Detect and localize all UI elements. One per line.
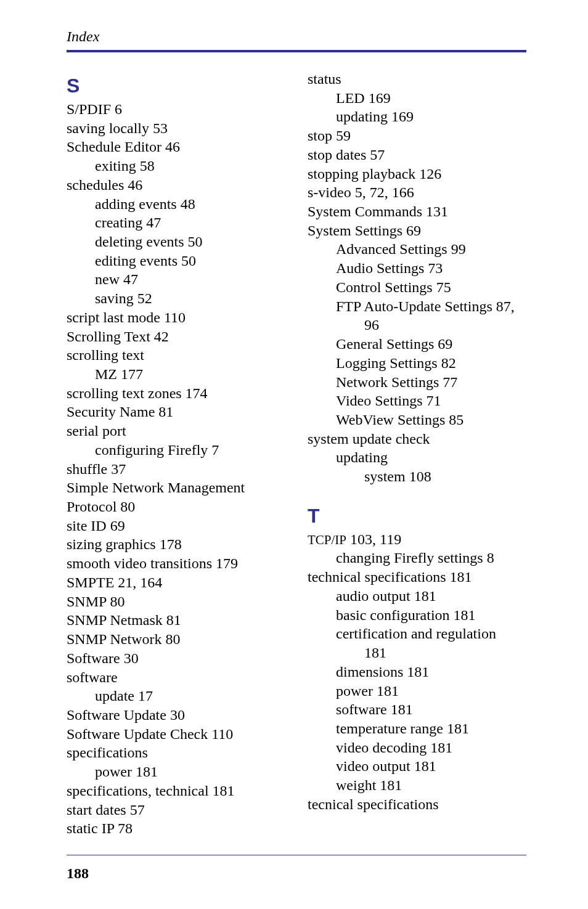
index-entry: FTP Auto-Update Settings 87, — [308, 297, 526, 316]
index-entry: System Settings 69 — [308, 221, 526, 240]
page: Index S S/PDIF 6saving locally 53Schedul… — [0, 0, 588, 838]
index-entry: updating — [308, 448, 526, 467]
index-entry: technical specifications 181 — [308, 568, 526, 587]
index-entry: sizing graphics 178 — [67, 535, 285, 554]
index-entry: script last mode 110 — [67, 308, 285, 327]
index-entry: TCP/IP 103, 119 — [308, 530, 526, 549]
page-number: 188 — [67, 865, 526, 882]
index-entry: exiting 58 — [67, 157, 285, 176]
right-block1: statusLED 169updating 169stop 59stop dat… — [308, 70, 526, 486]
index-entry: system 108 — [308, 467, 526, 486]
index-entry: Scrolling Text 42 — [67, 327, 285, 346]
index-entry: video decoding 181 — [308, 738, 526, 757]
index-entry: scrolling text zones 174 — [67, 384, 285, 403]
index-entry: updating 169 — [308, 107, 526, 126]
index-entry: system update check — [308, 430, 526, 449]
index-entry: Schedule Editor 46 — [67, 137, 285, 157]
index-entry: configuring Firefly 7 — [67, 441, 285, 460]
index-entry: certification and regulation — [308, 624, 526, 643]
tcpip-pages: 103, 119 — [346, 531, 401, 547]
running-head: Index — [67, 28, 526, 45]
right-block2: changing Firefly settings 8technical spe… — [308, 548, 526, 813]
index-entry: WebView Settings 85 — [308, 410, 526, 430]
index-entry: SNMP Network 80 — [67, 630, 285, 649]
index-entry: status — [308, 70, 526, 89]
index-entry: update 17 — [67, 687, 285, 706]
index-entry: saving locally 53 — [67, 119, 285, 138]
columns: S S/PDIF 6saving locally 53Schedule Edit… — [67, 70, 526, 838]
index-entry: Simple Network Management Protocol 80 — [67, 478, 285, 516]
index-entry: Software Update Check 110 — [67, 725, 285, 744]
index-entry: System Commands 131 — [308, 202, 526, 221]
index-entry: Audio Settings 73 — [308, 259, 526, 278]
index-entry: tecnical specifications — [308, 795, 526, 814]
index-entry: start dates 57 — [67, 801, 285, 820]
index-entry: schedules 46 — [67, 176, 285, 195]
index-entry: stop dates 57 — [308, 145, 526, 165]
index-entry: stop 59 — [308, 126, 526, 145]
index-entry: 181 — [308, 643, 526, 662]
index-entry: 96 — [308, 316, 526, 335]
index-entry: serial port — [67, 422, 285, 441]
index-entry: adding events 48 — [67, 195, 285, 214]
index-entry: shuffle 37 — [67, 460, 285, 479]
footer: 188 — [0, 855, 588, 883]
left-column: S S/PDIF 6saving locally 53Schedule Edit… — [67, 70, 285, 838]
index-entry: MZ 177 — [67, 365, 285, 384]
index-entry: static IP 78 — [67, 819, 285, 838]
index-entry: SMPTE 21, 164 — [67, 573, 285, 592]
index-entry: Network Settings 77 — [308, 373, 526, 392]
index-entry: new 47 — [67, 270, 285, 289]
left-entries: S/PDIF 6saving locally 53Schedule Editor… — [67, 100, 285, 838]
index-entry: S/PDIF 6 — [67, 100, 285, 119]
index-entry: Security Name 81 — [67, 402, 285, 422]
index-entry: dimensions 181 — [308, 662, 526, 682]
index-entry: site ID 69 — [67, 516, 285, 536]
index-entry: General Settings 69 — [308, 335, 526, 354]
index-entry: SNMP Netmask 81 — [67, 611, 285, 630]
index-entry: smooth video transitions 179 — [67, 554, 285, 573]
index-entry: Control Settings 75 — [308, 278, 526, 297]
index-entry: Software Update 30 — [67, 706, 285, 725]
index-entry: software — [67, 668, 285, 687]
section-letter-t: T — [308, 503, 526, 529]
index-entry: editing events 50 — [67, 251, 285, 271]
index-entry: power 181 — [67, 762, 285, 781]
index-entry: Software 30 — [67, 649, 285, 668]
index-entry: SNMP 80 — [67, 592, 285, 611]
index-entry: saving 52 — [67, 289, 285, 308]
index-entry: Logging Settings 82 — [308, 354, 526, 373]
index-entry: specifications, technical 181 — [67, 781, 285, 801]
index-entry: software 181 — [308, 700, 526, 719]
index-entry: basic configuration 181 — [308, 606, 526, 625]
index-entry: stopping playback 126 — [308, 165, 526, 184]
right-column: statusLED 169updating 169stop 59stop dat… — [308, 70, 526, 838]
index-entry: temperature range 181 — [308, 719, 526, 738]
index-entry: specifications — [67, 743, 285, 762]
index-entry: scrolling text — [67, 346, 285, 365]
index-entry: Advanced Settings 99 — [308, 240, 526, 259]
tcpip-label: TCP/IP — [308, 532, 346, 547]
index-entry: changing Firefly settings 8 — [308, 548, 526, 568]
index-entry: video output 181 — [308, 757, 526, 776]
index-entry: weight 181 — [308, 776, 526, 795]
index-entry: power 181 — [308, 682, 526, 701]
index-entry: audio output 181 — [308, 587, 526, 606]
footer-rule — [67, 855, 526, 856]
index-entry: Video Settings 71 — [308, 391, 526, 410]
section-letter-s: S — [67, 73, 285, 99]
index-entry: LED 169 — [308, 89, 526, 108]
index-entry: creating 47 — [67, 213, 285, 232]
header-rule — [67, 50, 526, 52]
index-entry: deleting events 50 — [67, 232, 285, 251]
index-entry: s-video 5, 72, 166 — [308, 183, 526, 202]
